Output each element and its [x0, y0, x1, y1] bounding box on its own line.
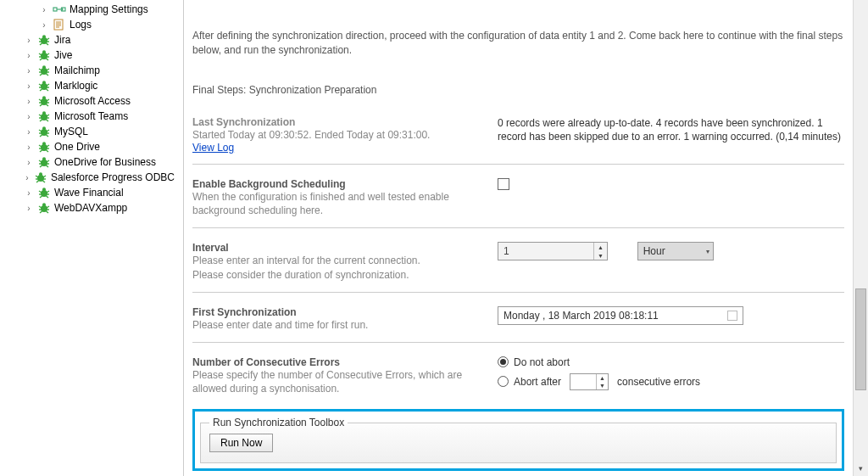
svg-line-25 — [39, 69, 42, 70]
sidebar-item[interactable]: ›OneDrive for Business — [3, 154, 175, 170]
svg-point-72 — [42, 157, 46, 160]
row-last-sync: Last Synchronization Started Today at 09… — [192, 109, 844, 155]
chevron-right-icon: › — [24, 51, 34, 60]
chevron-right-icon: › — [39, 5, 49, 14]
connector-icon — [37, 156, 51, 168]
sidebar-item[interactable]: ›Marklogic — [3, 78, 175, 93]
last-sync-stats: 0 records were already up-to-date. 4 rec… — [498, 116, 844, 143]
sidebar-item-label: Microsoft Teams — [54, 110, 128, 122]
scroll-thumb[interactable] — [855, 288, 866, 390]
interval-unit-select[interactable]: Hour ▾ — [637, 242, 714, 260]
svg-line-82 — [43, 176, 46, 177]
intro-text: After defining the synchronization direc… — [192, 29, 844, 59]
tree-item-logs[interactable]: › Logs — [3, 17, 175, 32]
svg-line-34 — [47, 84, 49, 86]
sidebar-item[interactable]: ›Jira — [3, 32, 175, 48]
scroll-down-icon[interactable]: ▾ — [854, 461, 868, 476]
svg-line-102 — [47, 211, 49, 213]
radio-do-not-abort[interactable] — [498, 356, 509, 367]
svg-line-49 — [39, 115, 42, 116]
svg-line-74 — [47, 160, 49, 162]
tree-item-label: Logs — [70, 19, 92, 31]
run-now-button[interactable]: Run Now — [209, 434, 273, 452]
chevron-right-icon: › — [24, 188, 34, 198]
run-sync-highlight: Run Synchronization Toolbox Run Now — [192, 409, 844, 471]
vertical-scrollbar[interactable]: ▾ — [853, 0, 868, 476]
chevron-right-icon: › — [24, 112, 34, 121]
first-sync-datetime-input[interactable]: Monday , 18 March 2019 08:18:11 — [498, 306, 743, 325]
connector-icon — [37, 34, 51, 46]
sidebar-item[interactable]: ›One Drive — [3, 139, 175, 154]
view-log-link[interactable]: View Log — [192, 142, 234, 154]
svg-line-54 — [47, 120, 49, 121]
radio-abort-after[interactable] — [498, 376, 509, 387]
bg-desc: When the configuration is finished and w… — [192, 190, 484, 217]
svg-point-32 — [42, 81, 46, 84]
sidebar-item[interactable]: ›Microsoft Teams — [3, 109, 175, 124]
sidebar-item[interactable]: ›Microsoft Access — [3, 93, 175, 109]
interval-value-input[interactable]: 1 ▲▼ — [498, 242, 608, 260]
sidebar-item[interactable]: ›Jive — [3, 48, 175, 63]
errors-title: Number of Consecutive Errors — [192, 356, 484, 368]
svg-line-66 — [47, 145, 49, 147]
last-sync-title: Last Synchronization — [192, 116, 484, 128]
radio-label: Do not abort — [514, 356, 570, 368]
sidebar-item[interactable]: ›MySQL — [3, 124, 175, 139]
svg-line-62 — [47, 135, 49, 137]
svg-point-40 — [42, 96, 46, 99]
svg-line-42 — [47, 99, 49, 101]
connector-icon — [34, 171, 47, 183]
svg-line-101 — [40, 211, 42, 213]
svg-line-73 — [39, 160, 42, 162]
chevron-right-icon: › — [24, 204, 34, 213]
sidebar-item-label: Jira — [54, 34, 70, 46]
sidebar-item-label: Wave Financial — [54, 187, 124, 199]
svg-line-97 — [39, 206, 42, 208]
svg-line-26 — [47, 69, 49, 70]
radio-label-post: consecutive errors — [617, 376, 700, 388]
sidebar-item[interactable]: ›Mailchimp — [3, 63, 175, 78]
main-content: After defining the synchronization direc… — [184, 0, 853, 476]
mapping-icon — [53, 3, 66, 15]
sidebar-item-label: Jive — [54, 49, 72, 61]
bg-scheduling-checkbox[interactable] — [498, 178, 509, 190]
sidebar-item[interactable]: ›Wave Financial — [3, 185, 175, 200]
chevron-right-icon: › — [24, 127, 34, 137]
spinner-icon[interactable]: ▲▼ — [593, 243, 607, 260]
row-consecutive-errors: Number of Consecutive Errors Please spec… — [192, 350, 844, 397]
svg-line-89 — [39, 191, 42, 193]
interval-unit: Hour — [643, 245, 665, 257]
svg-line-86 — [42, 181, 45, 182]
first-sync-title: First Synchronization — [192, 306, 484, 318]
first-sync-value: Monday , 18 March 2019 08:18:11 — [504, 310, 659, 322]
spinner-icon[interactable]: ▲▼ — [596, 374, 608, 389]
svg-point-80 — [39, 172, 42, 176]
sidebar-item-label: WebDAVXampp — [54, 202, 127, 214]
svg-point-16 — [42, 50, 46, 53]
svg-line-78 — [47, 165, 49, 167]
sidebar-item[interactable]: ›Salesforce Progress ODBC — [3, 170, 175, 185]
sidebar-tree: › Mapping Settings › Logs ›Jira›Jive›Mai… — [0, 0, 178, 476]
last-sync-desc: Started Today at 09:30:52. Ended Today a… — [192, 128, 484, 142]
chevron-right-icon: › — [24, 36, 34, 45]
chevron-right-icon: › — [24, 66, 34, 76]
row-first-sync: First Synchronization Please enter date … — [192, 300, 844, 333]
tree-item-mapping-settings[interactable]: › Mapping Settings — [3, 2, 175, 17]
chevron-right-icon: › — [24, 97, 34, 106]
sidebar-item-label: Salesforce Progress ODBC — [51, 171, 175, 183]
interval-desc2: Please consider the duration of synchron… — [192, 268, 484, 282]
chevron-right-icon: › — [24, 81, 34, 91]
run-sync-toolbox: Run Synchronization Toolbox Run Now — [200, 417, 837, 463]
abort-after-count-input[interactable]: ▲▼ — [570, 373, 609, 390]
calendar-icon — [727, 311, 737, 321]
svg-line-14 — [47, 43, 49, 45]
svg-line-69 — [40, 150, 42, 152]
sidebar-item[interactable]: ›WebDAVXampp — [3, 200, 175, 216]
svg-line-77 — [40, 165, 42, 167]
svg-line-9 — [39, 38, 42, 40]
svg-line-53 — [40, 120, 42, 121]
connector-icon — [37, 80, 51, 92]
svg-line-18 — [47, 53, 49, 55]
svg-point-24 — [42, 65, 46, 69]
svg-point-96 — [42, 203, 46, 206]
